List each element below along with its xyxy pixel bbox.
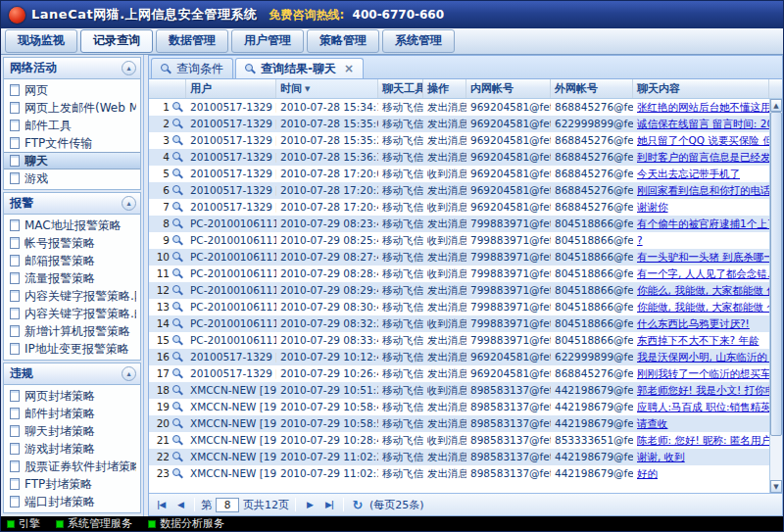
scroll-up-icon[interactable]: ▲ (770, 99, 782, 112)
table-row[interactable]: 14PC-2010010611112010-07-29 08:32:25移动飞信… (149, 315, 769, 332)
sidebar-item[interactable]: FTP文件传输 (4, 134, 140, 152)
chat-content-link[interactable]: 什么东西比乌鸦更讨厌?! (637, 317, 750, 329)
chat-content-link[interactable]: 郭老师您好! 我是小文! 打你电话没有接 不知 (637, 384, 769, 396)
sidebar-item[interactable]: 网页 (4, 81, 140, 99)
table-row[interactable]: 720100517-1329 [12010-07-28 17:20:48移动飞信… (149, 199, 769, 216)
next-page-button[interactable]: ▶ (302, 497, 318, 512)
view-detail-icon[interactable] (172, 102, 183, 113)
table-row[interactable]: 19XMCCN-NEW [19:2010-07-29 10:58:42移动飞信发… (149, 399, 769, 415)
chat-content-link[interactable]: 到时客户的留言信息是已经发过去给她了 (637, 151, 769, 163)
view-detail-icon[interactable] (172, 252, 183, 263)
sidebar-item[interactable]: 端口封堵策略 (4, 493, 140, 510)
view-detail-icon[interactable] (172, 285, 183, 296)
nav-tab-2[interactable]: 记录查询 (80, 29, 153, 53)
chat-content-link[interactable]: 你能么, 我能做, 大家都能做 什么人能做, 我 (637, 284, 769, 296)
table-row[interactable]: 8PC-2010010611112010-07-29 08:23:43移动飞信发… (149, 216, 769, 232)
sidebar-section-header[interactable]: 报警▴ (4, 193, 140, 215)
view-detail-icon[interactable] (172, 468, 183, 479)
scroll-track[interactable] (770, 112, 782, 480)
collapse-icon[interactable]: ▴ (122, 366, 136, 381)
table-row[interactable]: 13PC-2010010611112010-07-29 08:30:43移动飞信… (149, 299, 769, 315)
view-detail-icon[interactable] (172, 202, 183, 213)
chat-content-link[interactable]: 好的 (637, 467, 658, 479)
sidebar-item[interactable]: 聊天封堵策略 (4, 422, 140, 440)
table-row[interactable]: 15PC-2010010611112010-07-29 08:33:43移动飞信… (149, 332, 769, 349)
sidebar-item[interactable]: 帐号报警策略 (4, 234, 140, 252)
chat-content-link[interactable]: 请查收 (637, 417, 668, 429)
sidebar-item[interactable]: 内容关键字报警策略.邮 (4, 305, 140, 322)
table-row[interactable]: 22XMCCN-NEW [19:2010-07-29 11:02:29移动飞信发… (149, 449, 769, 465)
view-detail-icon[interactable] (172, 418, 183, 429)
view-detail-icon[interactable] (172, 352, 183, 363)
sidebar-section-header[interactable]: 网络活动▴ (4, 58, 140, 79)
table-row[interactable]: 12PC-2010010611112010-07-29 08:29:43移动飞信… (149, 282, 769, 299)
column-header[interactable]: 操作 (423, 79, 466, 98)
chat-content-link[interactable]: 应聘人:马百成 职位:销售精英 年龄:24 性别( (637, 401, 769, 412)
view-detail-icon[interactable] (172, 452, 183, 462)
chat-content-link[interactable]: 我是沃保网小明, 山东临沂的 朱先生1386497 (637, 351, 769, 363)
close-icon[interactable]: × (344, 64, 354, 73)
table-row[interactable]: 9PC-2010010611112010-07-29 08:25:43移动飞信收… (149, 232, 769, 249)
page-number-input[interactable] (216, 498, 239, 512)
column-header[interactable]: 用户 (186, 79, 276, 98)
sidebar-item[interactable]: 邮件工具 (4, 117, 140, 134)
table-row[interactable]: 23XMCCN-NEW [19:2010-07-29 11:02:38移动飞信发… (149, 465, 769, 482)
nav-tab-6[interactable]: 系统管理 (382, 29, 455, 53)
sidebar-item[interactable]: 邮箱报警策略 (4, 252, 140, 269)
column-header[interactable]: 时间▼ (276, 79, 378, 98)
collapse-icon[interactable]: ▴ (122, 61, 136, 75)
column-header[interactable]: 内网帐号 (466, 79, 551, 98)
view-detail-icon[interactable] (172, 235, 183, 246)
view-detail-icon[interactable] (172, 169, 183, 179)
view-detail-icon[interactable] (172, 385, 183, 396)
chat-content-link[interactable]: 有个偷牛的被官府逮捕1个上了枷锁. 熟人! (637, 218, 769, 229)
sidebar-item[interactable]: IP地址变更报警策略 (4, 340, 140, 358)
chat-content-link[interactable]: 谢谢, 收到 (637, 451, 685, 462)
chat-content-link[interactable]: 刚回家看到信息和你打的电话 (637, 184, 769, 196)
refresh-icon[interactable]: ↻ (350, 497, 366, 512)
vertical-scrollbar[interactable]: ▲ ▼ (769, 99, 782, 493)
table-row[interactable]: 11PC-2010010611112010-07-29 08:28:43移动飞信… (149, 266, 769, 282)
nav-tab-5[interactable]: 策略管理 (307, 29, 379, 53)
chat-content-link[interactable]: 张红艳的网站后台她不懂这用 这个您有空记得 (637, 101, 769, 113)
chat-content-link[interactable]: ? (637, 234, 643, 246)
last-page-button[interactable]: ▶| (321, 497, 337, 512)
sidebar-item[interactable]: 流量报警策略 (4, 269, 140, 287)
view-detail-icon[interactable] (172, 318, 183, 329)
table-row[interactable]: 10PC-2010010611112010-07-29 08:27:43移动飞信… (149, 249, 769, 266)
table-row[interactable]: 520100517-1329 [12010-07-28 17:20:05移动飞信… (149, 166, 769, 182)
sidebar-item[interactable]: 新增计算机报警策略 (4, 322, 140, 340)
sidebar-item[interactable]: 内容关键字报警策略.网 (4, 287, 140, 305)
sidebar-item[interactable]: 邮件封堵策略 (4, 405, 140, 422)
sidebar-item[interactable]: 网页上发邮件(Web Mai (4, 99, 140, 117)
table-row[interactable]: 120100517-1329 [12010-07-28 15:34:11移动飞信… (149, 99, 769, 116)
chat-content-link[interactable]: 有一个字, 人人见了都会念错. 这是什么字?! (637, 267, 769, 279)
table-row[interactable]: 21XMCCN-NEW [19:2010-07-29 10:28:42移动飞信收… (149, 432, 769, 449)
nav-tab-3[interactable]: 数据管理 (156, 29, 228, 53)
view-detail-icon[interactable] (172, 119, 183, 129)
table-row[interactable]: 620100517-1329 [12010-07-28 17:20:27移动飞信… (149, 182, 769, 199)
view-detail-icon[interactable] (172, 368, 183, 379)
chat-content-link[interactable]: 她只留了个QQ 说要买保险 但是具体的您回去 (637, 134, 769, 146)
view-detail-icon[interactable] (172, 335, 183, 346)
nav-tab-1[interactable]: 现场监视 (5, 29, 77, 53)
sidebar-item[interactable]: 游戏 (4, 169, 140, 187)
collapse-icon[interactable]: ▴ (122, 196, 136, 211)
first-page-button[interactable]: |◀ (153, 497, 169, 512)
nav-tab-4[interactable]: 用户管理 (231, 29, 304, 53)
view-detail-icon[interactable] (172, 402, 183, 412)
view-detail-icon[interactable] (172, 152, 183, 163)
view-detail-icon[interactable] (172, 135, 183, 146)
table-row[interactable]: 1720100517-1329 [12010-07-29 10:26:41移动飞… (149, 365, 769, 382)
sidebar-item[interactable]: 股票证券软件封堵策略 (4, 458, 140, 475)
sidebar-item[interactable]: MAC地址报警策略 (4, 217, 140, 234)
chat-content-link[interactable]: 谢谢你 (637, 201, 668, 213)
table-row[interactable]: 220100517-1329 [12010-07-28 15:35:02移动飞信… (149, 116, 769, 132)
chat-content-link[interactable]: 有一头驴和一头猪 到底杀哪一头? 答案: 太难 (637, 251, 769, 263)
table-row[interactable]: 420100517-1329 [12010-07-28 15:36:30移动飞信… (149, 149, 769, 166)
chat-content-link[interactable]: 你能做, 我能做, 大家都能做 个人能做, 我? (637, 301, 769, 313)
sidebar-item[interactable]: 聊天 (4, 152, 140, 169)
sidebar-item[interactable]: 游戏封堵策略 (4, 440, 140, 458)
table-row[interactable]: 18XMCCN-NEW [19:2010-07-29 10:51:21移动飞信收… (149, 382, 769, 399)
sidebar-item[interactable]: 网页封堵策略 (4, 387, 140, 405)
